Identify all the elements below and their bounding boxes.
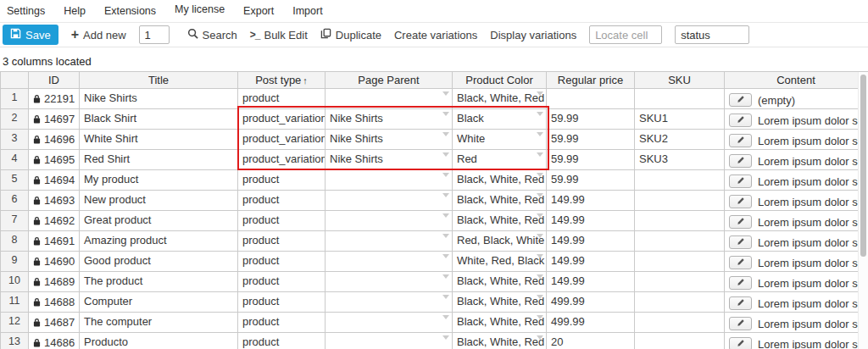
menu-item-settings[interactable]: Settings bbox=[7, 5, 45, 17]
add-new-count-input[interactable] bbox=[139, 25, 170, 44]
content-edit-button[interactable] bbox=[729, 154, 752, 168]
cell-sku[interactable]: SKU3 bbox=[635, 150, 725, 170]
cell-content[interactable]: Lorem ipsum dolor sit amet bbox=[725, 272, 868, 292]
cell-sku[interactable] bbox=[635, 272, 725, 292]
cell-regular-price[interactable] bbox=[547, 89, 635, 109]
cell-regular-price[interactable]: 149.99 bbox=[547, 252, 635, 272]
row-number-cell[interactable]: 7 bbox=[1, 211, 29, 231]
cell-id[interactable]: 14696 bbox=[29, 130, 80, 150]
cell-post-type[interactable]: product bbox=[238, 313, 326, 333]
row-number-cell[interactable]: 9 bbox=[1, 252, 29, 272]
cell-sku[interactable] bbox=[635, 292, 725, 313]
cell-post-type[interactable]: product bbox=[238, 231, 326, 252]
cell-page-parent[interactable]: Nike Shirts bbox=[326, 109, 453, 130]
display-variations-button[interactable]: Display variations bbox=[490, 29, 576, 42]
cell-product-color[interactable]: Black, White, Red bbox=[453, 89, 547, 109]
cell-post-type[interactable]: product bbox=[238, 170, 326, 191]
row-number-cell[interactable]: 5 bbox=[1, 170, 29, 191]
locate-field-input[interactable] bbox=[675, 25, 749, 44]
column-header-product_color[interactable]: Product Color bbox=[453, 72, 547, 89]
content-edit-button[interactable] bbox=[729, 256, 752, 269]
menu-item-extensions[interactable]: Extensions bbox=[104, 5, 156, 17]
content-edit-button[interactable] bbox=[729, 317, 752, 330]
duplicate-button[interactable]: Duplicate bbox=[320, 28, 381, 42]
content-edit-button[interactable] bbox=[729, 174, 752, 188]
cell-content[interactable]: Lorem ipsum dolor sit amet bbox=[725, 191, 868, 211]
cell-title[interactable]: Amazing product bbox=[80, 231, 238, 252]
cell-sku[interactable] bbox=[635, 89, 725, 109]
cell-regular-price[interactable]: 149.99 bbox=[547, 191, 635, 211]
menu-item-export[interactable]: Export bbox=[243, 5, 274, 17]
cell-id[interactable]: 14689 bbox=[29, 272, 80, 292]
content-edit-button[interactable] bbox=[729, 296, 752, 310]
cell-content[interactable]: Lorem ipsum dolor sit amet bbox=[725, 109, 868, 130]
cell-page-parent[interactable] bbox=[326, 333, 453, 349]
row-number-cell[interactable]: 1 bbox=[1, 89, 29, 109]
cell-product-color[interactable]: White bbox=[453, 130, 547, 150]
cell-regular-price[interactable]: 59.99 bbox=[547, 170, 635, 191]
cell-regular-price[interactable]: 20 bbox=[547, 333, 635, 349]
cell-title[interactable]: Good product bbox=[80, 252, 238, 272]
column-header-title[interactable]: Title bbox=[80, 72, 238, 89]
cell-post-type[interactable]: product bbox=[238, 89, 326, 109]
cell-page-parent[interactable] bbox=[326, 313, 453, 333]
cell-id[interactable]: 14697 bbox=[29, 109, 80, 130]
cell-product-color[interactable]: Black, White, Red bbox=[453, 333, 547, 349]
cell-regular-price[interactable]: 149.99 bbox=[547, 231, 635, 252]
cell-title[interactable]: Nike Shirts bbox=[80, 89, 238, 109]
row-number-cell[interactable]: 3 bbox=[1, 130, 29, 150]
cell-content[interactable]: Lorem ipsum dolor sit amet bbox=[725, 252, 868, 272]
cell-content[interactable]: Lorem ipsum dolor sit amet bbox=[725, 292, 868, 313]
cell-page-parent[interactable] bbox=[326, 252, 453, 272]
content-edit-button[interactable] bbox=[729, 337, 752, 349]
cell-title[interactable]: The computer bbox=[80, 313, 238, 333]
cell-regular-price[interactable]: 499.99 bbox=[547, 292, 635, 313]
cell-content[interactable]: Lorem ipsum dolor sit amet bbox=[725, 333, 868, 349]
cell-content[interactable]: Lorem ipsum dolor sit amet bbox=[725, 150, 868, 170]
column-header-id[interactable]: ID bbox=[29, 72, 80, 89]
cell-page-parent[interactable] bbox=[326, 170, 453, 191]
cell-regular-price[interactable]: 149.99 bbox=[547, 272, 635, 292]
cell-sku[interactable] bbox=[635, 170, 725, 191]
column-header-page_parent[interactable]: Page Parent bbox=[326, 72, 453, 89]
row-number-cell[interactable]: 10 bbox=[1, 272, 29, 292]
row-number-cell[interactable]: 11 bbox=[1, 292, 29, 313]
cell-regular-price[interactable]: 59.99 bbox=[547, 150, 635, 170]
content-edit-button[interactable] bbox=[729, 195, 752, 208]
cell-sku[interactable] bbox=[635, 313, 725, 333]
menu-item-import[interactable]: Import bbox=[292, 5, 322, 17]
cell-regular-price[interactable]: 59.99 bbox=[547, 109, 635, 130]
save-button[interactable]: Save bbox=[3, 25, 58, 45]
cell-post-type[interactable]: product bbox=[238, 211, 326, 231]
cell-product-color[interactable]: White, Red, Black bbox=[453, 252, 547, 272]
cell-content[interactable]: (empty) bbox=[725, 89, 868, 109]
cell-regular-price[interactable]: 149.99 bbox=[547, 211, 635, 231]
column-header-sku[interactable]: SKU bbox=[635, 72, 725, 89]
cell-post-type[interactable]: product bbox=[238, 191, 326, 211]
cell-regular-price[interactable]: 59.99 bbox=[547, 130, 635, 150]
cell-product-color[interactable]: Black, White, Red bbox=[453, 292, 547, 313]
cell-page-parent[interactable] bbox=[326, 191, 453, 211]
vertical-scrollbar-thumb[interactable] bbox=[860, 75, 866, 257]
cell-sku[interactable]: SKU1 bbox=[635, 109, 725, 130]
cell-sku[interactable] bbox=[635, 252, 725, 272]
cell-content[interactable]: Lorem ipsum dolor sit amet bbox=[725, 170, 868, 191]
cell-page-parent[interactable] bbox=[326, 272, 453, 292]
content-edit-button[interactable] bbox=[729, 215, 752, 229]
cell-page-parent[interactable] bbox=[326, 292, 453, 313]
cell-sku[interactable]: SKU2 bbox=[635, 130, 725, 150]
cell-sku[interactable] bbox=[635, 333, 725, 349]
cell-content[interactable]: Lorem ipsum dolor sit amet bbox=[725, 313, 868, 333]
column-header-row_num[interactable] bbox=[1, 72, 29, 89]
cell-page-parent[interactable]: Nike Shirts bbox=[326, 130, 453, 150]
content-edit-button[interactable] bbox=[729, 114, 752, 127]
cell-page-parent[interactable] bbox=[326, 211, 453, 231]
cell-title[interactable]: My product bbox=[80, 170, 238, 191]
locate-cell-input[interactable] bbox=[589, 25, 662, 44]
vertical-scrollbar-track[interactable] bbox=[858, 72, 868, 349]
cell-title[interactable]: Great product bbox=[80, 211, 238, 231]
cell-id[interactable]: 22191 bbox=[29, 89, 80, 109]
row-number-cell[interactable]: 2 bbox=[1, 109, 29, 130]
cell-title[interactable]: Black Shirt bbox=[80, 109, 238, 130]
cell-sku[interactable] bbox=[635, 231, 725, 252]
